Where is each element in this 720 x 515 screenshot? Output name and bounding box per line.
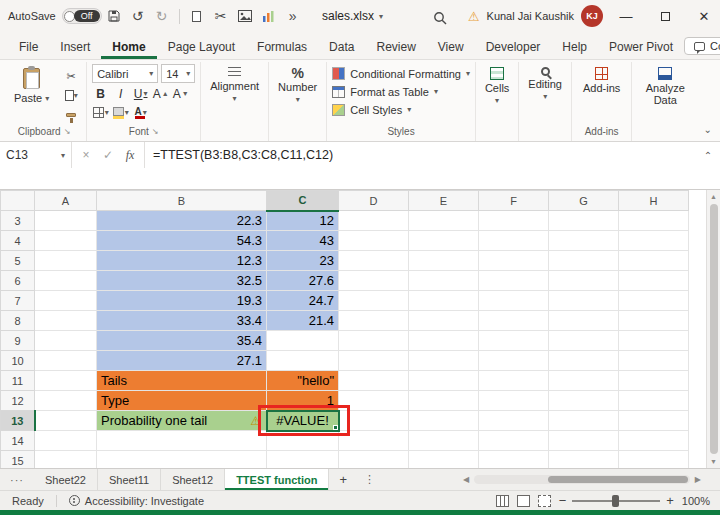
cell-A13[interactable] [35, 411, 97, 431]
cell-F6[interactable] [479, 271, 549, 291]
ribbon-tab-view[interactable]: View [427, 34, 475, 59]
close-button[interactable]: ✕ [688, 0, 720, 32]
scroll-up-icon[interactable]: ▲ [710, 190, 717, 203]
scroll-left-icon[interactable]: ◀ [458, 475, 474, 484]
autosave-toggle[interactable]: Off [62, 8, 102, 24]
decrease-font-button[interactable]: A▼ [172, 85, 189, 102]
cell-G14[interactable] [549, 431, 619, 451]
cell-A9[interactable] [35, 331, 97, 351]
cell-F13[interactable] [479, 411, 549, 431]
cell-E12[interactable] [409, 391, 479, 411]
underline-button[interactable]: U▾ [132, 85, 149, 102]
cut-qat-button[interactable]: ✂ [209, 3, 233, 29]
cell-B10[interactable]: 27.1 [97, 351, 267, 371]
cell-A10[interactable] [35, 351, 97, 371]
cell-E10[interactable] [409, 351, 479, 371]
row-header-13[interactable]: 13 [1, 411, 35, 431]
cell-A8[interactable] [35, 311, 97, 331]
cell-E6[interactable] [409, 271, 479, 291]
cell-C11[interactable]: "hello" [267, 371, 339, 391]
cell-D4[interactable] [339, 231, 409, 251]
cell-F5[interactable] [479, 251, 549, 271]
copy-qat-button[interactable] [185, 3, 209, 29]
normal-view-button[interactable] [496, 495, 509, 507]
redo-button[interactable]: ↻ [150, 3, 174, 29]
cell-D10[interactable] [339, 351, 409, 371]
notification-warning-icon[interactable]: ⚠ [468, 9, 480, 24]
ribbon-tab-review[interactable]: Review [365, 34, 426, 59]
vertical-scroll-thumb[interactable] [710, 204, 718, 454]
ribbon-tab-home[interactable]: Home [101, 34, 156, 59]
copy-button[interactable]: ▾ [61, 87, 81, 104]
horizontal-scrollbar[interactable]: ◀ ▶ [458, 469, 720, 490]
cell-D11[interactable] [339, 371, 409, 391]
formula-bar-expand-button[interactable]: ⌃ [696, 142, 720, 168]
avatar[interactable]: KJ [581, 5, 603, 27]
vertical-scrollbar[interactable]: ▲ ▼ [706, 190, 720, 468]
alignment-group-button[interactable]: Alignment ▾ [201, 62, 269, 141]
zoom-slider-thumb[interactable] [612, 495, 619, 507]
cell-styles-button[interactable]: Cell Styles ▾ [332, 101, 470, 118]
formula-input[interactable]: =TTEST(B3:B8,C3:C8,C11,C12) [145, 142, 696, 168]
cell-E8[interactable] [409, 311, 479, 331]
cell-D15[interactable] [339, 451, 409, 469]
cell-F3[interactable] [479, 211, 549, 231]
cell-G10[interactable] [549, 351, 619, 371]
cell-B11[interactable]: Tails [97, 371, 267, 391]
italic-button[interactable]: I [112, 85, 129, 102]
save-button[interactable] [102, 3, 126, 29]
cell-B8[interactable]: 33.4 [97, 311, 267, 331]
cell-B9[interactable]: 35.4 [97, 331, 267, 351]
cell-C5[interactable]: 23 [267, 251, 339, 271]
cell-H6[interactable] [619, 271, 689, 291]
fill-color-button[interactable]: ▾ [112, 104, 129, 121]
cell-G13[interactable] [549, 411, 619, 431]
ribbon-tab-formulas[interactable]: Formulas [246, 34, 318, 59]
maximize-button[interactable] [649, 0, 681, 32]
cell-E5[interactable] [409, 251, 479, 271]
column-header-B[interactable]: B [97, 191, 267, 211]
cell-A5[interactable] [35, 251, 97, 271]
collapse-ribbon-button[interactable]: ⌄ [704, 124, 712, 135]
cells-group-button[interactable]: Cells ▾ [476, 62, 519, 141]
column-header-F[interactable]: F [479, 191, 549, 211]
cell-A7[interactable] [35, 291, 97, 311]
column-header-D[interactable]: D [339, 191, 409, 211]
cell-B6[interactable]: 32.5 [97, 271, 267, 291]
cell-B7[interactable]: 19.3 [97, 291, 267, 311]
cell-A11[interactable] [35, 371, 97, 391]
confirm-entry-button[interactable]: ✓ [98, 148, 118, 162]
autosave-control[interactable]: AutoSave Off [8, 8, 102, 24]
cell-F8[interactable] [479, 311, 549, 331]
cell-H5[interactable] [619, 251, 689, 271]
cell-G7[interactable] [549, 291, 619, 311]
cell-F15[interactable] [479, 451, 549, 469]
cell-E4[interactable] [409, 231, 479, 251]
cell-E13[interactable] [409, 411, 479, 431]
cell-E14[interactable] [409, 431, 479, 451]
cell-D12[interactable] [339, 391, 409, 411]
cell-A3[interactable] [35, 211, 97, 231]
accessibility-status-button[interactable]: Accessibility: Investigate [57, 495, 216, 507]
cell-F10[interactable] [479, 351, 549, 371]
undo-button[interactable]: ↺ [126, 3, 150, 29]
horizontal-scroll-track[interactable] [474, 475, 690, 484]
cell-H10[interactable] [619, 351, 689, 371]
account-name[interactable]: Kunal Jai Kaushik [487, 10, 574, 22]
row-header-7[interactable]: 7 [1, 291, 35, 311]
row-header-15[interactable]: 15 [1, 451, 35, 469]
cell-H7[interactable] [619, 291, 689, 311]
cut-button[interactable]: ✂ [61, 68, 81, 85]
horizontal-scroll-thumb[interactable] [548, 476, 688, 483]
cell-H15[interactable] [619, 451, 689, 469]
cell-H4[interactable] [619, 231, 689, 251]
ribbon-tab-power-pivot[interactable]: Power Pivot [598, 34, 684, 59]
cell-H11[interactable] [619, 371, 689, 391]
cell-F14[interactable] [479, 431, 549, 451]
row-header-8[interactable]: 8 [1, 311, 35, 331]
column-header-G[interactable]: G [549, 191, 619, 211]
cell-H9[interactable] [619, 331, 689, 351]
cell-B15[interactable] [97, 451, 267, 469]
sheet-tab-sheet12[interactable]: Sheet12 [161, 469, 225, 490]
sheet-nav-ellipsis[interactable]: ··· [0, 469, 34, 490]
